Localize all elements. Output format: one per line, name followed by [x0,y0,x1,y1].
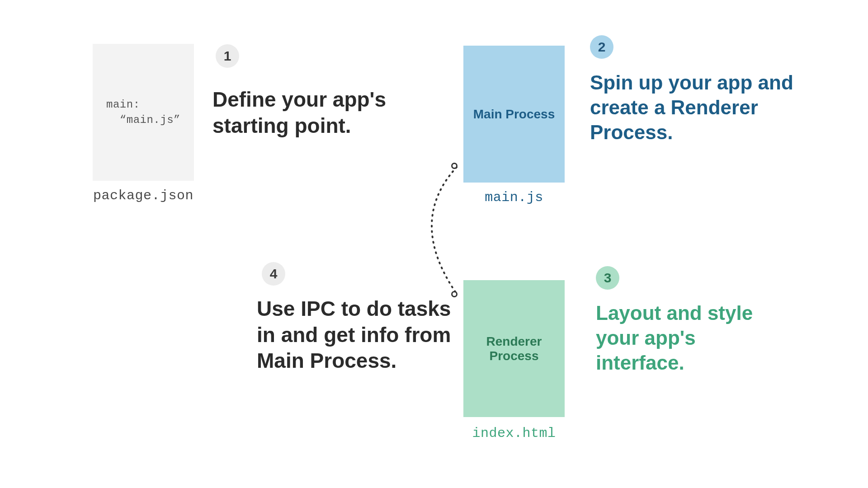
label-index-html: index.html [452,426,576,441]
step-badge-4: 4 [262,262,285,286]
step-badge-2: 2 [590,35,613,59]
step-text-3: Layout and style your app's interface. [596,300,786,375]
card-package-json: main: “main.js” [93,44,194,181]
connector-end-bottom [451,291,458,297]
ipc-connector [393,158,475,312]
card-main-process: Main Process [463,46,565,183]
card-renderer-title: Renderer Process [463,334,565,363]
step-number-4: 4 [270,266,278,282]
step-number-1: 1 [224,48,231,64]
card-renderer-process: Renderer Process [463,280,565,417]
step-text-1: Define your app's starting point. [212,87,420,139]
package-json-code: main: “main.js” [106,97,180,127]
card-main-title: Main Process [473,107,555,122]
label-package-json: package.json [81,188,205,203]
connector-end-top [451,163,458,169]
step-number-3: 3 [604,270,612,286]
step-number-2: 2 [598,39,606,55]
diagram-stage: main: “main.js” package.json 1 Define yo… [0,0,868,488]
step-badge-1: 1 [216,44,239,68]
label-main-js: main.js [463,190,565,205]
step-badge-3: 3 [596,266,619,290]
step-text-2: Spin up your app and create a Renderer P… [590,70,802,145]
